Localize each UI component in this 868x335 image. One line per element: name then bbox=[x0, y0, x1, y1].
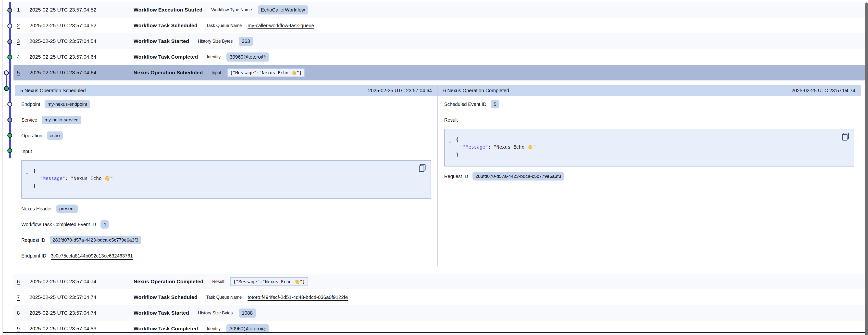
field-operation: Operation echo bbox=[21, 128, 431, 143]
event-row-2[interactable]: 2 2025-02-25 UTC 23:57:04.52 Workflow Ta… bbox=[13, 18, 865, 33]
timeline-dot-started[interactable] bbox=[7, 117, 12, 122]
field-scheduled-event-id: Scheduled Event ID 5 bbox=[444, 96, 855, 112]
field-value-badge: my-hello-service bbox=[42, 116, 81, 124]
field-label: Input bbox=[21, 149, 32, 154]
event-attr-label: Task Queue Name bbox=[206, 23, 242, 28]
input-json-viewer: ⌄ { "Message": "Nexus Echo 👋" } bbox=[21, 160, 431, 199]
event-row-3[interactable]: 3 2025-02-25 UTC 23:57:04.54 Workflow Ta… bbox=[13, 33, 865, 49]
field-endpoint: Endpoint my-nexus-endpoint bbox=[21, 96, 431, 112]
event-attr-label: Task Queue Name bbox=[206, 295, 242, 300]
field-label: Operation bbox=[21, 133, 42, 139]
task-queue-link[interactable]: my-caller-workflow-task-queue bbox=[248, 23, 314, 28]
event-id-link[interactable]: 7 bbox=[17, 294, 23, 300]
next-section-edge bbox=[3, 333, 865, 335]
endpoint-id-link[interactable]: 3c0c75ccfa8144b092c13ce632463761 bbox=[51, 253, 133, 259]
event-history-list: 1 2025-02-25 UTC 23:57:04.52 Workflow Ex… bbox=[13, 2, 865, 335]
event-name: Workflow Task Scheduled bbox=[133, 294, 197, 300]
event-attr-badge: EchoCallerWorkflow bbox=[258, 5, 308, 15]
timeline-dot-started[interactable] bbox=[7, 39, 12, 44]
json-line: { bbox=[33, 167, 426, 175]
collapse-json-icon[interactable]: ⌄ bbox=[26, 168, 28, 176]
event-name: Workflow Task Started bbox=[133, 38, 189, 44]
expanded-event-details: 5 Nexus Operation Scheduled 2025-02-25 U… bbox=[13, 85, 865, 274]
timeline-dot-started[interactable] bbox=[7, 8, 12, 13]
event-attr-label: Input bbox=[212, 70, 221, 75]
field-input-label: Input bbox=[21, 143, 431, 159]
event-id-link[interactable]: 3 bbox=[17, 38, 23, 44]
timeline-dot-completed[interactable] bbox=[7, 55, 12, 60]
field-label: Endpoint bbox=[21, 102, 40, 107]
event-payload-chip: {"Message":"Nexus Echo 👋"} bbox=[230, 277, 308, 286]
timeline-dot-completed[interactable] bbox=[7, 148, 12, 153]
event-timestamp: 2025-02-25 UTC 23:57:04.64 bbox=[29, 69, 133, 76]
event-name: Workflow Task Started bbox=[133, 310, 189, 316]
event-timestamp: 2025-02-25 UTC 23:57:04.52 bbox=[29, 23, 133, 28]
copy-icon[interactable] bbox=[841, 132, 850, 142]
field-value-badge: my-nexus-endpoint bbox=[44, 100, 90, 108]
event-id-link[interactable]: 5 bbox=[17, 69, 23, 76]
field-label: Request ID bbox=[21, 238, 45, 243]
event-id-link[interactable]: 9 bbox=[17, 326, 23, 332]
timeline-dot-scheduled[interactable] bbox=[7, 102, 12, 107]
panel-nexus-operation-scheduled: 5 Nexus Operation Scheduled 2025-02-25 U… bbox=[15, 85, 438, 266]
json-line: { bbox=[456, 136, 849, 143]
task-queue-link[interactable]: totoro:f494fecf-2d51-4d48-bdcd-036a0f912… bbox=[248, 295, 348, 300]
event-id-link[interactable]: 4 bbox=[17, 54, 23, 60]
event-row-4[interactable]: 4 2025-02-25 UTC 23:57:04.64 Workflow Ta… bbox=[13, 49, 865, 65]
field-request-id: Request ID 283fd070-d57a-4423-bdca-c5c77… bbox=[444, 168, 855, 184]
timeline-dot-scheduled[interactable] bbox=[4, 71, 9, 75]
event-name: Nexus Operation Scheduled bbox=[133, 69, 203, 76]
event-name: Workflow Task Scheduled bbox=[133, 23, 197, 28]
copy-icon[interactable] bbox=[418, 164, 427, 173]
event-attr-badge: 30960@totoro@ bbox=[226, 53, 269, 61]
panel-title: 6 Nexus Operation Completed bbox=[443, 88, 509, 93]
event-attr-label: Result bbox=[212, 279, 224, 284]
field-nexus-header: Nexus Header present bbox=[21, 201, 431, 217]
event-timestamp: 2025-02-25 UTC 23:57:04.74 bbox=[29, 294, 133, 300]
json-line: "Message": "Nexus Echo 👋" bbox=[456, 143, 849, 151]
event-timestamp: 2025-02-25 UTC 23:57:04.74 bbox=[29, 279, 133, 284]
event-row-6[interactable]: 6 2025-02-25 UTC 23:57:04.74 Nexus Opera… bbox=[13, 274, 865, 289]
event-attr-label: Workflow Type Name bbox=[211, 7, 252, 12]
field-label: Endpoint ID bbox=[21, 253, 46, 259]
field-label: Nexus Header bbox=[21, 206, 52, 212]
field-label: Scheduled Event ID bbox=[444, 102, 487, 107]
event-timestamp: 2025-02-25 UTC 23:57:04.52 bbox=[29, 7, 133, 13]
event-row-5-selected[interactable]: 5 2025-02-25 UTC 23:57:04.64 Nexus Opera… bbox=[13, 65, 865, 80]
field-value-badge: present bbox=[56, 204, 78, 213]
event-id-link[interactable]: 6 bbox=[17, 279, 23, 284]
event-row-7[interactable]: 7 2025-02-25 UTC 23:57:04.74 Workflow Ta… bbox=[13, 289, 865, 305]
field-value-badge: 5 bbox=[491, 100, 499, 108]
json-line: } bbox=[456, 151, 849, 159]
vertical-scrollbar[interactable] bbox=[865, 2, 868, 335]
event-name: Nexus Operation Completed bbox=[133, 279, 204, 284]
event-timeline bbox=[0, 0, 13, 172]
field-label: Request ID bbox=[444, 174, 468, 179]
event-id-link[interactable]: 8 bbox=[17, 310, 23, 316]
event-name: Workflow Task Completed bbox=[133, 54, 198, 60]
field-value-badge: 283fd070-d57a-4423-bdca-c5c779e6a3f3 bbox=[50, 236, 142, 244]
panel-header[interactable]: 6 Nexus Operation Completed 2025-02-25 U… bbox=[438, 85, 861, 96]
event-attr-label: History Size Bytes bbox=[198, 39, 233, 44]
field-label: Service bbox=[21, 117, 37, 123]
event-attr-badge: 363 bbox=[239, 37, 253, 46]
panel-header[interactable]: 5 Nexus Operation Scheduled 2025-02-25 U… bbox=[15, 85, 437, 96]
event-attr-label: Identity bbox=[207, 326, 221, 331]
event-timestamp: 2025-02-25 UTC 23:57:04.83 bbox=[29, 326, 133, 332]
field-label: Workflow Task Completed Event ID bbox=[21, 222, 96, 227]
event-timestamp: 2025-02-25 UTC 23:57:04.54 bbox=[29, 38, 133, 44]
event-attr-label: Identity bbox=[207, 54, 221, 60]
json-line: "Message": "Nexus Echo 👋" bbox=[33, 175, 426, 182]
event-row-8[interactable]: 8 2025-02-25 UTC 23:57:04.74 Workflow Ta… bbox=[13, 305, 865, 321]
timeline-dot-scheduled[interactable] bbox=[7, 24, 12, 28]
panel-nexus-operation-completed: 6 Nexus Operation Completed 2025-02-25 U… bbox=[438, 85, 861, 266]
event-row-1[interactable]: 1 2025-02-25 UTC 23:57:04.52 Workflow Ex… bbox=[13, 2, 865, 18]
field-result-label: Result bbox=[444, 112, 855, 128]
event-payload-chip: {"Message":"Nexus Echo 👋"} bbox=[227, 68, 305, 77]
timeline-dot-completed[interactable] bbox=[7, 133, 12, 138]
timeline-dot-completed[interactable] bbox=[4, 86, 9, 91]
event-id-link[interactable]: 1 bbox=[17, 7, 23, 13]
event-id-link[interactable]: 2 bbox=[17, 23, 23, 28]
collapse-json-icon[interactable]: ⌄ bbox=[449, 137, 452, 145]
result-json-viewer: ⌄ { "Message": "Nexus Echo 👋" } bbox=[444, 129, 855, 167]
